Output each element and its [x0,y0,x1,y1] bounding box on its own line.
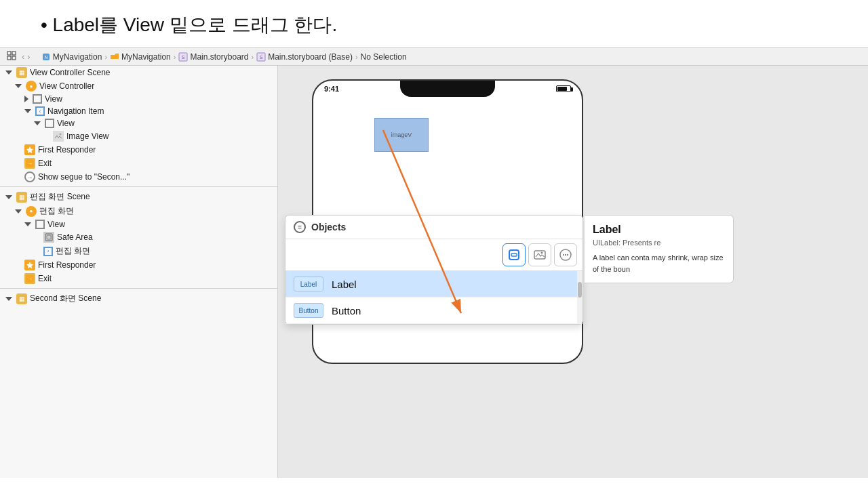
first-responder-label: First Responder [38,145,96,155]
edit-exit-label: Exit [38,274,52,283]
scene-first-responder[interactable]: First Responder [0,143,277,157]
scene-panel: ▦ View Controller Scene ● View Controlle… [0,66,278,478]
svg-rect-19 [511,253,517,256]
breadcrumb-main-storyboard[interactable]: S Main.storyboard [178,52,248,62]
svg-point-11 [60,134,62,136]
navitem-icon: ‹ [35,106,45,116]
button-name: Button [332,305,361,317]
scene-edit-scene[interactable]: ▦ 편집 화면 Scene [0,190,277,204]
imageview-icon [53,131,64,142]
scene-edit-responder[interactable]: First Responder [0,258,277,272]
objects-more-button[interactable] [554,243,577,266]
breadcrumb-mynavigation-folder[interactable]: MyNavigation [110,52,171,62]
back-arrow-icon[interactable]: ‹ [22,52,24,62]
scene-safe-area[interactable]: Safe Area [0,230,277,244]
instruction-text: • Label를 View 밑으로 드래그 한다. [0,0,868,47]
svg-point-24 [565,254,566,256]
scene-view-vc[interactable]: View [0,93,277,105]
edit-vc-icon: ● [26,206,37,217]
svg-rect-10 [54,132,62,140]
main-area: ▦ View Controller Scene ● View Controlle… [0,66,868,478]
scene-edit-exit[interactable]: → Exit [0,272,277,285]
scene-edit-view[interactable]: View [0,218,277,230]
scene-view-controller-scene[interactable]: ▦ View Controller Scene [0,66,277,79]
breadcrumb-sep-3: › [251,53,254,61]
expand-edit-view-icon [24,222,31,226]
first-responder-icon [24,144,35,155]
segue-label: Show segue to "Secon..." [38,172,130,182]
objects-header-icon: = [294,221,306,233]
objects-ui-button[interactable] [502,243,526,266]
exit-icon: → [24,158,35,169]
edit-navitem-label: 편집 화면 [56,245,90,257]
breadcrumb-sep-1: › [104,53,107,61]
objects-panel: = Objects [285,215,583,325]
edit-exit-icon: → [24,273,35,284]
view-icon [33,94,42,104]
grid-icon[interactable] [7,51,16,62]
label-name: Label [332,279,357,290]
phone-time: 9:41 [324,85,339,93]
view-nav-icon [45,119,54,128]
expand-navitem-icon [24,109,31,113]
scene-edit-vc[interactable]: ● 편집 화면 [0,204,277,218]
separator-2 [0,288,277,289]
phone-battery [556,85,571,92]
svg-text:N: N [44,55,47,60]
breadcrumb-main-storyboard-base[interactable]: S Main.storyboard (Base) [256,52,353,62]
imageview-label: Image View [66,131,108,141]
object-label-row[interactable]: Label Label [285,271,583,298]
svg-rect-1 [12,52,16,55]
breadcrumb-bar: ‹ › N MyNavigation › MyNavigation › S Ma… [0,47,868,66]
breadcrumb-no-selection: No Selection [361,52,407,62]
edit-first-responder-icon [24,260,35,270]
edit-view-icon [35,220,45,229]
view-nav-label: View [57,119,75,128]
scene-imageview[interactable]: Image View [0,129,277,143]
safe-area-icon [43,232,54,243]
edit-view-label: View [47,220,65,229]
desc-subtitle: UILabel: Presents re [593,239,725,247]
scene-segue[interactable]: → Show segue to "Secon..." [0,170,277,184]
canvas-panel: 9:41 imageV = Objects [278,66,868,478]
vc-label: View Controller [39,81,94,91]
svg-point-23 [563,254,564,256]
segue-icon: → [24,171,35,182]
svg-text:S: S [260,55,263,60]
edit-vc-label: 편집 화면 [39,205,74,217]
label-tag: Label [294,277,323,291]
expand-vc-scene-icon [5,70,12,75]
description-panel: Label UILabel: Presents re A label can c… [585,215,734,283]
vc-icon: ● [26,81,37,92]
objects-scrollbar[interactable] [577,271,583,324]
forward-arrow-icon[interactable]: › [27,52,30,62]
scrollbar-thumb [578,282,582,298]
expand-second-scene-icon [5,297,12,301]
scene-view-controller[interactable]: ● View Controller [0,79,277,93]
scene-view-nav[interactable]: View [0,117,277,129]
scene-second-scene[interactable]: ▦ Second 화면 Scene [0,291,277,306]
navitem-label: Navigation Item [47,106,104,116]
edit-navitem-icon: ‹ [43,247,53,256]
object-button-row[interactable]: Button Button [285,298,583,324]
scene-icon-vc: ▦ [16,67,27,78]
button-tag: Button [294,303,323,318]
svg-point-21 [541,252,543,254]
battery-fill [557,87,567,91]
expand-view-nav-icon [34,121,41,125]
svg-rect-18 [509,250,519,260]
scene-icon-second: ▦ [16,293,27,304]
scene-edit-navitem[interactable]: ‹ 편집 화면 [0,244,277,258]
separator-1 [0,186,277,187]
safe-area-label: Safe Area [57,232,93,242]
vc-scene-label: View Controller Scene [30,68,111,77]
desc-body: A label can conta may shrink, wrap size … [593,252,725,274]
svg-text:S: S [182,55,185,60]
scene-navitem[interactable]: ‹ Navigation Item [0,105,277,117]
edit-first-responder-label: First Responder [38,260,96,270]
breadcrumb-mynavigation-project[interactable]: N MyNavigation [41,52,102,62]
scene-exit[interactable]: → Exit [0,157,277,170]
objects-images-button[interactable] [528,243,551,266]
breadcrumb-sep-4: › [355,53,358,61]
svg-rect-15 [47,235,51,239]
